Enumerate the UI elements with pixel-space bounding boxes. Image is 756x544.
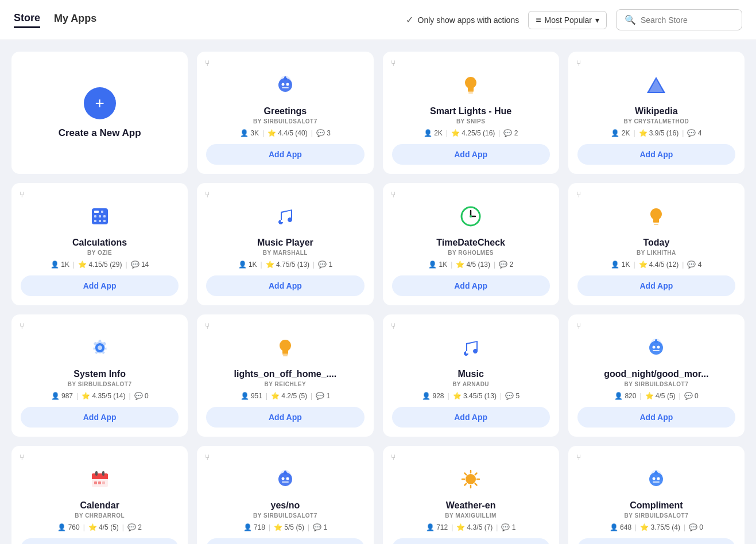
fork-icon: ⑂ bbox=[576, 190, 581, 199]
header-controls: ✓ Only show apps with actions ≡ Most Pop… bbox=[406, 9, 742, 30]
app-rating: ⭐ 4.4/5 (40) bbox=[267, 129, 308, 137]
add-app-button[interactable]: Add App bbox=[392, 275, 550, 296]
add-app-button[interactable]: Add App bbox=[577, 275, 735, 296]
app-title: TimeDateCheck bbox=[436, 238, 505, 248]
sort-button[interactable]: ≡ Most Popular ▾ bbox=[528, 11, 607, 29]
user-count: 👤 1K bbox=[51, 261, 69, 269]
comment-count: 💬 2 bbox=[499, 261, 513, 269]
stat-sep-2: | bbox=[684, 523, 685, 531]
app-icon bbox=[643, 335, 669, 364]
app-stats: 👤 1K | ⭐ 4.75/5 (13) | 💬 1 bbox=[238, 261, 333, 269]
fork-icon: ⑂ bbox=[205, 190, 210, 199]
app-card: ⑂ Smart Lights - Hue BY SNIPS 👤 2K | ⭐ 4… bbox=[383, 52, 559, 174]
add-app-button[interactable]: Add App bbox=[392, 407, 550, 428]
search-box[interactable]: 🔍 bbox=[616, 9, 742, 30]
app-card: ⑂ Greetings BY SIRBUILDSALOT7 👤 3K | ⭐ 4… bbox=[197, 52, 373, 174]
svg-rect-17 bbox=[94, 215, 96, 217]
app-author: BY SIRBUILDSALOT7 bbox=[68, 381, 132, 387]
app-title: Compliment bbox=[630, 500, 683, 511]
app-author: BY ARNADU bbox=[452, 381, 489, 387]
filter-checkbox[interactable]: ✓ Only show apps with actions bbox=[406, 14, 519, 25]
add-app-button[interactable]: Add App bbox=[21, 538, 179, 544]
add-app-button[interactable]: Add App bbox=[577, 144, 735, 165]
app-card: ⑂ Music Player BY MARSHALL 👤 1K | ⭐ 4.75… bbox=[197, 183, 373, 305]
svg-rect-46 bbox=[94, 481, 97, 484]
user-count: 👤 951 bbox=[241, 392, 262, 400]
stat-sep-1: | bbox=[261, 261, 262, 269]
app-stats: 👤 648 | ⭐ 3.75/5 (4) | 💬 0 bbox=[610, 523, 703, 531]
add-app-button[interactable]: Add App bbox=[21, 407, 179, 428]
svg-rect-48 bbox=[102, 481, 105, 484]
app-rating: ⭐ 3.45/5 (13) bbox=[453, 392, 497, 400]
fork-icon: ⑂ bbox=[391, 59, 396, 68]
app-icon bbox=[458, 72, 483, 102]
search-icon: 🔍 bbox=[625, 14, 636, 25]
app-stats: 👤 1K | ⭐ 4.15/5 (29) | 💬 14 bbox=[51, 261, 149, 269]
svg-rect-15 bbox=[94, 211, 99, 213]
app-author: BY RGHOLMES bbox=[448, 250, 494, 256]
user-count: 👤 1K bbox=[428, 261, 447, 269]
app-card: ⑂ Compliment BY SIRBUILDSALOT7 👤 648 | ⭐… bbox=[568, 446, 745, 544]
svg-rect-29 bbox=[282, 353, 288, 355]
stat-sep-1: | bbox=[447, 392, 449, 400]
comment-count: 💬 1 bbox=[313, 523, 327, 531]
add-app-button[interactable]: Add App bbox=[577, 538, 735, 544]
add-app-button[interactable]: Add App bbox=[206, 538, 364, 544]
filter-label: Only show apps with actions bbox=[418, 15, 519, 25]
add-app-button[interactable]: Add App bbox=[21, 275, 179, 296]
stat-sep-1: | bbox=[633, 261, 635, 269]
svg-point-24 bbox=[470, 215, 472, 217]
app-stats: 👤 2K | ⭐ 4.25/5 (16) | 💬 2 bbox=[424, 129, 518, 137]
stat-sep-1: | bbox=[266, 392, 267, 400]
search-input[interactable] bbox=[641, 15, 734, 25]
stat-sep-1: | bbox=[76, 392, 78, 400]
svg-point-54 bbox=[286, 477, 289, 480]
app-icon bbox=[273, 72, 298, 102]
svg-line-65 bbox=[475, 473, 477, 475]
app-icon bbox=[273, 204, 298, 233]
svg-point-4 bbox=[281, 83, 284, 86]
fork-icon: ⑂ bbox=[20, 321, 24, 331]
app-stats: 👤 760 | ⭐ 4/5 (5) | 💬 2 bbox=[57, 523, 142, 531]
app-author: BY CRYSTALMETHOD bbox=[623, 118, 689, 125]
comment-count: 💬 1 bbox=[316, 392, 330, 400]
app-title: lights_on_off_home_.... bbox=[234, 369, 337, 379]
svg-point-53 bbox=[281, 477, 284, 480]
app-rating: ⭐ 4.15/5 (29) bbox=[78, 261, 122, 269]
app-title: Smart Lights - Hue bbox=[430, 106, 511, 116]
app-title: Wikipedia bbox=[635, 106, 678, 116]
app-title: System Info bbox=[73, 369, 126, 379]
add-app-button[interactable]: Add App bbox=[206, 144, 364, 165]
app-card: ⑂ Calculations BY OZIE 👤 1K | ⭐ 4.15/5 (… bbox=[11, 183, 188, 305]
app-rating: ⭐ 4.2/5 (5) bbox=[271, 392, 307, 400]
checkmark-icon: ✓ bbox=[406, 14, 413, 25]
fork-icon: ⑂ bbox=[205, 59, 210, 68]
tab-myapps[interactable]: My Apps bbox=[54, 13, 96, 27]
app-card: ⑂ Calendar BY CHRBARROL 👤 760 | ⭐ 4/5 (5… bbox=[11, 446, 188, 544]
user-count: 👤 3K bbox=[240, 129, 259, 137]
svg-point-58 bbox=[466, 474, 476, 484]
app-title: Calculations bbox=[72, 238, 127, 248]
create-app-card[interactable]: + Create a New App bbox=[11, 52, 188, 174]
comment-count: 💬 2 bbox=[503, 129, 518, 137]
comment-count: 💬 4 bbox=[687, 129, 701, 137]
app-author: BY MAXIGUILLIM bbox=[445, 512, 497, 519]
svg-point-75 bbox=[655, 471, 657, 473]
app-author: BY SIRBUILDSALOT7 bbox=[253, 512, 317, 519]
create-plus-icon: + bbox=[84, 87, 116, 119]
app-icon bbox=[87, 335, 113, 364]
app-card: ⑂ Music BY ARNADU 👤 928 | ⭐ 3.45/5 (13) … bbox=[383, 314, 559, 437]
comment-count: 💬 1 bbox=[501, 523, 515, 531]
stat-sep-1: | bbox=[635, 523, 637, 531]
add-app-button[interactable]: Add App bbox=[206, 275, 364, 296]
add-app-button[interactable]: Add App bbox=[577, 407, 735, 428]
tab-store[interactable]: Store bbox=[14, 12, 40, 28]
add-app-button[interactable]: Add App bbox=[392, 144, 550, 165]
app-title: Weather-en bbox=[446, 500, 496, 511]
svg-rect-73 bbox=[653, 481, 660, 483]
stat-sep-1: | bbox=[451, 523, 453, 531]
add-app-button[interactable]: Add App bbox=[206, 407, 364, 428]
app-card: ⑂ good_night/good_mor... BY SIRBUILDSALO… bbox=[568, 314, 745, 437]
add-app-button[interactable]: Add App bbox=[392, 538, 550, 544]
stat-sep-2: | bbox=[311, 129, 313, 137]
